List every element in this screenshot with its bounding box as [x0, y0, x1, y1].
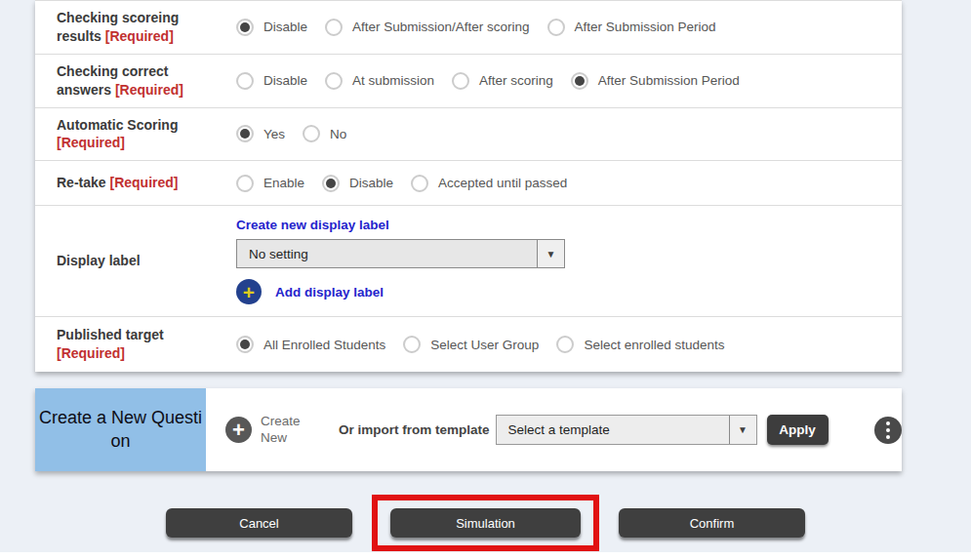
radio-option-all-enrolled-students[interactable]: All Enrolled Students — [236, 336, 385, 353]
radio-option-select-enrolled-students[interactable]: Select enrolled students — [556, 336, 724, 353]
radio-option-after-submission-after-scoring[interactable]: After Submission/After scoring — [325, 19, 530, 36]
display-label-select[interactable]: No setting ▼ — [236, 239, 565, 268]
required-badge: [Required] — [115, 82, 183, 98]
add-display-label-text: Add display label — [275, 285, 384, 300]
row-label: Display label — [57, 253, 141, 268]
kebab-menu-icon[interactable] — [874, 417, 902, 444]
template-select-value: Select a template — [497, 422, 729, 437]
radio-option-no[interactable]: No — [303, 125, 346, 142]
radio-icon[interactable] — [303, 125, 320, 142]
radio-icon[interactable] — [325, 72, 343, 90]
confirm-button[interactable]: Confirm — [619, 508, 805, 538]
cancel-button[interactable]: Cancel — [166, 508, 352, 538]
radio-selected-icon[interactable] — [236, 19, 254, 36]
apply-button[interactable]: Apply — [767, 415, 829, 445]
row-label: Re-take — [57, 175, 106, 190]
plus-icon: + — [225, 417, 252, 443]
simulation-button[interactable]: Simulation — [390, 508, 581, 538]
form-row-checking-scoring-results: Checking scoreing results [Required] Dis… — [35, 0, 902, 54]
radio-icon[interactable] — [236, 175, 254, 192]
radio-label: After Submission Period — [598, 73, 740, 88]
quiz-settings-form: Checking scoreing results [Required] Dis… — [35, 0, 902, 372]
chevron-down-icon[interactable]: ▼ — [537, 240, 564, 267]
radio-option-at-submission[interactable]: At submission — [325, 72, 434, 90]
radio-label: No — [330, 127, 346, 141]
radio-label: After Submission Period — [575, 20, 716, 34]
import-from-template-label: Or import from template — [339, 422, 490, 437]
create-question-section: Create a New Question + Create New Or im… — [35, 388, 902, 471]
radio-label: Select enrolled students — [584, 338, 724, 352]
radio-label: Disable — [263, 73, 307, 88]
simulation-highlight-box: Simulation — [372, 495, 599, 551]
radio-label: After Submission/After scoring — [352, 20, 530, 34]
bottom-white-strip — [0, 552, 971, 560]
create-new-label: Create New — [261, 414, 311, 447]
radio-label: Disable — [263, 20, 307, 34]
add-display-label-button[interactable]: + Add display label — [236, 279, 384, 304]
radio-label: Disable — [349, 176, 393, 190]
display-label-select-value: No setting — [237, 247, 537, 261]
radio-option-after-scoring[interactable]: After scoring — [452, 72, 553, 90]
radio-icon[interactable] — [236, 72, 254, 90]
radio-icon[interactable] — [411, 175, 428, 192]
section-title: Create a New Question — [35, 388, 206, 471]
radio-option-after-submission-period[interactable]: After Submission Period — [571, 72, 740, 90]
radio-selected-icon[interactable] — [236, 125, 254, 142]
form-row-checking-correct-answers: Checking correct answers [Required] Disa… — [35, 54, 902, 107]
form-row-retake: Re-take [Required] Enable Disable Accept… — [35, 160, 902, 205]
create-new-display-label-link[interactable]: Create new display label — [236, 218, 389, 232]
radio-selected-icon[interactable] — [571, 72, 588, 90]
radio-label: All Enrolled Students — [263, 338, 385, 352]
radio-option-disable[interactable]: Disable — [322, 175, 393, 192]
radio-label: Enable — [263, 176, 304, 190]
row-label: Automatic Scoring — [57, 117, 178, 133]
radio-icon[interactable] — [452, 72, 469, 90]
required-badge: [Required] — [57, 345, 125, 361]
row-label: Published target — [57, 327, 164, 342]
radio-label: After scoring — [479, 73, 553, 88]
radio-label: Select User Group — [430, 338, 539, 352]
radio-option-after-submission-period[interactable]: After Submission Period — [547, 19, 716, 36]
required-badge: [Required] — [57, 135, 125, 150]
form-row-automatic-scoring: Automatic Scoring [Required] Yes No — [35, 107, 902, 161]
radio-label: Accepted until passed — [438, 176, 567, 190]
create-new-question-button[interactable]: + Create New — [225, 414, 311, 447]
required-badge: [Required] — [105, 28, 174, 44]
template-select[interactable]: Select a template ▼ — [496, 415, 757, 445]
radio-option-enable[interactable]: Enable — [236, 175, 304, 192]
radio-option-yes[interactable]: Yes — [236, 125, 285, 142]
radio-option-disable[interactable]: Disable — [236, 19, 307, 36]
plus-icon: + — [236, 279, 262, 304]
radio-selected-icon[interactable] — [236, 336, 254, 353]
radio-option-select-user-group[interactable]: Select User Group — [403, 336, 539, 353]
radio-icon[interactable] — [556, 336, 574, 353]
radio-icon[interactable] — [547, 19, 565, 36]
radio-option-accepted-until-passed[interactable]: Accepted until passed — [411, 175, 567, 192]
radio-label: Yes — [263, 127, 285, 141]
radio-icon[interactable] — [325, 19, 343, 36]
radio-selected-icon[interactable] — [322, 175, 340, 192]
radio-icon[interactable] — [403, 336, 421, 353]
form-row-display-label: Display label Create new display label N… — [35, 205, 902, 316]
radio-label: At submission — [352, 73, 434, 88]
chevron-down-icon[interactable]: ▼ — [729, 416, 756, 444]
required-badge: [Required] — [109, 175, 178, 190]
radio-option-disable[interactable]: Disable — [236, 72, 307, 90]
form-row-published-target: Published target [Required] All Enrolled… — [35, 316, 902, 372]
footer-actions: Cancel Simulation Confirm — [0, 493, 971, 553]
